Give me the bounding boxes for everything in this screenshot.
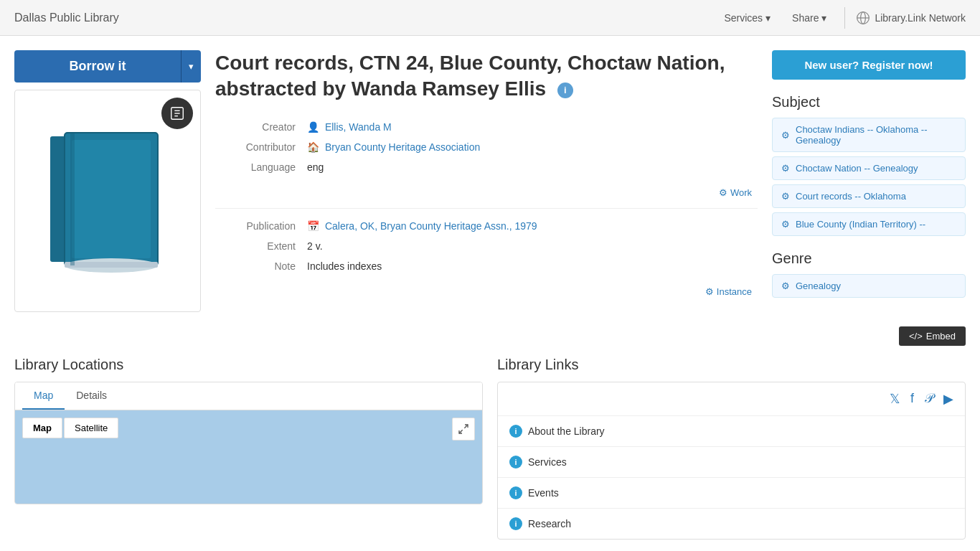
creator-link[interactable]: Ellis, Wanda M (325, 121, 392, 133)
subject-title: Subject (772, 94, 966, 110)
borrow-button[interactable]: Borrow it (14, 50, 181, 83)
genre-list: ⚙ Genealogy (772, 274, 966, 298)
services-chevron-icon: ▾ (765, 12, 771, 24)
book-cover-container (14, 90, 201, 312)
services-info-icon: i (509, 456, 522, 468)
map-satellite-button[interactable]: Satellite (64, 418, 118, 438)
locations-panel: Library Locations Map Details Map Satell… (14, 357, 483, 540)
share-button[interactable]: Share ▾ (785, 8, 834, 28)
map-expand-button[interactable] (452, 418, 475, 441)
subject-item-3[interactable]: ⚙ Blue County (Indian Territory) -- (772, 212, 966, 236)
subject-list: ⚙ Choctaw Indians -- Oklahoma -- Genealo… (772, 118, 966, 236)
share-chevron-icon: ▾ (821, 12, 826, 24)
services-button[interactable]: Services ▾ (717, 8, 778, 28)
locations-box: Map Details Map Satellite (14, 382, 483, 504)
map-container: Map Satellite (15, 410, 482, 504)
subject-item-2[interactable]: ⚙ Court records -- Oklahoma (772, 184, 966, 208)
section-divider-1 (215, 208, 758, 209)
events-info-icon: i (509, 486, 522, 499)
header-actions: Services ▾ Share ▾ Library.Link Network (717, 7, 966, 29)
publication-value: 📅 Calera, OK, Bryan County Heritage Assn… (301, 216, 758, 236)
about-info-icon: i (509, 425, 522, 438)
contributor-value: 🏠 Bryan County Heritage Association (301, 137, 758, 157)
note-row: Note Includes indexes (215, 256, 758, 276)
svg-rect-12 (65, 262, 158, 268)
svg-rect-13 (70, 133, 75, 265)
register-button[interactable]: New user? Register now! (772, 50, 966, 80)
gear-icon-instance: ⚙ (705, 286, 714, 297)
creator-row: Creator 👤 Ellis, Wanda M (215, 117, 758, 137)
youtube-icon[interactable]: ▶ (943, 391, 953, 407)
link-item-about[interactable]: i About the Library (498, 416, 965, 447)
right-panel: New user? Register now! Subject ⚙ Chocta… (772, 50, 966, 312)
book-title: Court records, CTN 24, Blue County, Choc… (215, 50, 758, 103)
embed-button[interactable]: </> Embed (899, 326, 966, 346)
facebook-icon[interactable]: f (910, 391, 914, 407)
link-item-services[interactable]: i Services (498, 447, 965, 478)
extent-row: Extent 2 v. (215, 236, 758, 256)
creator-value: 👤 Ellis, Wanda M (301, 117, 758, 137)
book-cover-image (43, 122, 172, 280)
subject-gear-icon-2: ⚙ (781, 191, 790, 202)
header: Dallas Public Library Services ▾ Share ▾… (0, 0, 980, 36)
metadata-table: Creator 👤 Ellis, Wanda M Contributor 🏠 B… (215, 117, 758, 177)
note-label: Note (215, 256, 301, 276)
twitter-icon[interactable]: 𝕏 (890, 391, 900, 407)
subject-item-0[interactable]: ⚙ Choctaw Indians -- Oklahoma -- Genealo… (772, 118, 966, 152)
left-panel: Borrow it ▾ (14, 50, 201, 312)
embed-section: </> Embed (14, 326, 966, 346)
map-controls: Map Satellite (22, 418, 118, 438)
social-icons: 𝕏 f 𝒫 ▶ (498, 382, 965, 416)
link-item-events[interactable]: i Events (498, 478, 965, 509)
main-container: Borrow it ▾ (0, 36, 980, 551)
svg-line-14 (464, 425, 468, 428)
creator-label: Creator (215, 117, 301, 137)
borrow-dropdown-button[interactable]: ▾ (181, 50, 201, 83)
embed-code-icon: </> (909, 331, 923, 342)
globe-icon (856, 11, 870, 25)
top-section: Borrow it ▾ (14, 50, 966, 312)
book-badge-icon (161, 98, 193, 129)
map-tabs: Map Details (15, 382, 482, 410)
instance-link[interactable]: ⚙ Instance (215, 283, 758, 300)
bottom-section: Library Locations Map Details Map Satell… (14, 357, 966, 540)
calendar-icon: 📅 (307, 220, 319, 232)
tab-details[interactable]: Details (65, 382, 118, 410)
links-box: 𝕏 f 𝒫 ▶ i About the Library i Services i… (497, 382, 966, 540)
tab-map[interactable]: Map (22, 382, 65, 410)
metadata-table-2: Publication 📅 Calera, OK, Bryan County H… (215, 216, 758, 276)
borrow-chevron-icon: ▾ (189, 61, 194, 72)
language-value: eng (301, 157, 758, 177)
work-link[interactable]: ⚙ Work (215, 184, 758, 201)
borrow-btn-group: Borrow it ▾ (14, 50, 201, 83)
contributor-row: Contributor 🏠 Bryan County Heritage Asso… (215, 137, 758, 157)
publication-link[interactable]: Calera, OK, Bryan County Heritage Assn.,… (325, 220, 537, 232)
subject-gear-icon-1: ⚙ (781, 163, 790, 174)
publication-row: Publication 📅 Calera, OK, Bryan County H… (215, 216, 758, 236)
links-panel: Library Links 𝕏 f 𝒫 ▶ i About the Librar… (497, 357, 966, 540)
link-item-research[interactable]: i Research (498, 509, 965, 539)
svg-rect-10 (72, 140, 151, 258)
genre-item-0[interactable]: ⚙ Genealogy (772, 274, 966, 298)
note-value: Includes indexes (301, 256, 758, 276)
language-row: Language eng (215, 157, 758, 177)
map-map-button[interactable]: Map (22, 418, 62, 438)
genre-title: Genre (772, 250, 966, 267)
svg-line-15 (459, 430, 463, 433)
expand-icon (458, 423, 469, 435)
subject-item-1[interactable]: ⚙ Choctaw Nation -- Genealogy (772, 156, 966, 180)
subject-gear-icon-3: ⚙ (781, 219, 790, 230)
library-link-network: Library.Link Network (856, 11, 966, 25)
contributor-link[interactable]: Bryan County Heritage Association (325, 141, 480, 153)
publication-label: Publication (215, 216, 301, 236)
genre-gear-icon-0: ⚙ (781, 281, 790, 291)
language-label: Language (215, 157, 301, 177)
pinterest-icon[interactable]: 𝒫 (924, 391, 933, 407)
research-info-icon: i (509, 517, 522, 530)
info-icon[interactable]: i (557, 83, 573, 98)
gear-icon-work: ⚙ (719, 187, 727, 198)
middle-panel: Court records, CTN 24, Blue County, Choc… (215, 50, 758, 312)
extent-value: 2 v. (301, 236, 758, 256)
header-divider (844, 7, 845, 29)
person-icon: 👤 (307, 121, 319, 133)
